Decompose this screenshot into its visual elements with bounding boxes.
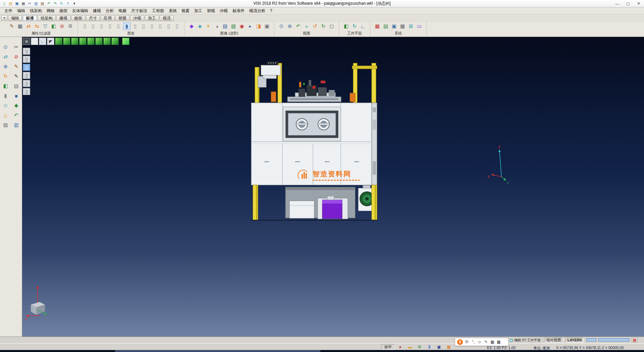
view-cube-right-icon[interactable] xyxy=(95,38,103,45)
copy-icon[interactable]: ▥ xyxy=(33,1,39,6)
menu-item-16[interactable]: 标准件 xyxy=(230,7,247,14)
wireframe-mode-icon[interactable]: ▯ xyxy=(131,23,139,30)
tab-4[interactable]: 曲面 xyxy=(71,15,85,21)
animation-icon[interactable]: ▸ xyxy=(247,23,254,30)
workplane-align-icon[interactable]: ∟ xyxy=(359,23,367,30)
menu-item-1[interactable]: 编辑 xyxy=(15,7,28,14)
clipboard-slot-3-icon[interactable]: ▯ xyxy=(23,64,30,71)
tab-6[interactable]: 应用 xyxy=(101,15,115,21)
section-icon[interactable]: ◨ xyxy=(255,23,262,30)
open-file-icon[interactable]: ▤ xyxy=(8,1,13,6)
shaded-mode-icon[interactable]: ▮ xyxy=(123,23,130,30)
gear-state-icon[interactable]: ⚙ xyxy=(417,344,423,350)
menu-item-7[interactable]: 分析 xyxy=(103,7,116,14)
filter-settings-icon[interactable]: ⚙ xyxy=(67,23,74,30)
menu-item-8[interactable]: 电极 xyxy=(116,7,129,14)
cube-entity-icon[interactable]: ◆ xyxy=(12,101,21,109)
grid-snap-icon[interactable]: ▩ xyxy=(399,23,406,30)
machine-model[interactable] xyxy=(248,60,382,222)
entity-filter-icon[interactable]: ▽ xyxy=(42,23,49,30)
menu-item-6[interactable]: 建模 xyxy=(91,7,103,14)
trim-icon[interactable]: ✂ xyxy=(12,43,21,51)
select-view-icon[interactable]: ◤ xyxy=(47,38,54,45)
ime-punct-icon[interactable]: °, xyxy=(471,339,476,345)
draw-line-icon[interactable]: ▯ xyxy=(90,23,97,30)
minimize-button[interactable]: — xyxy=(612,0,623,7)
tab-3[interactable]: 建模 xyxy=(56,15,70,21)
zoom-fit-icon[interactable]: ⊙ xyxy=(278,23,285,30)
calculator-icon[interactable]: ⊞ xyxy=(407,23,415,30)
refresh-view-icon[interactable]: ↻ xyxy=(320,23,327,30)
background-icon[interactable]: ▧ xyxy=(230,23,237,30)
shadows-icon[interactable]: ◑ xyxy=(213,23,220,30)
solid-icon[interactable]: ▮ xyxy=(1,92,10,100)
session-lock-icon[interactable]: ● xyxy=(397,344,403,350)
cut-icon[interactable]: ✂ xyxy=(27,1,33,6)
transfer-attributes-icon[interactable]: ⇆ xyxy=(33,23,41,30)
refresh-icon[interactable]: ↻ xyxy=(59,1,64,6)
display-state-icon[interactable]: ▣ xyxy=(436,344,442,350)
menu-item-11[interactable]: 系统 xyxy=(166,7,179,14)
workplane-rotate-icon[interactable]: ↻ xyxy=(351,23,358,30)
delete-icon[interactable]: ⊘ xyxy=(12,53,21,61)
menu-item-4[interactable]: 曲面 xyxy=(57,7,70,14)
close-button[interactable]: ✕ xyxy=(633,0,644,7)
ghost-view-icon[interactable]: ▯ xyxy=(173,23,181,30)
tab-8[interactable]: 冲模 xyxy=(130,15,144,21)
menu-item-2[interactable]: 线架构 xyxy=(28,7,44,14)
sogou-logo-icon[interactable]: S xyxy=(457,339,463,345)
copy-attributes-icon[interactable]: ⇄ xyxy=(25,23,32,30)
translate-icon[interactable]: ⇄ xyxy=(1,53,10,61)
brush-state-icon[interactable]: ▬ xyxy=(407,344,413,350)
tab-9[interactable]: 加工 xyxy=(145,15,159,21)
measure-icon[interactable]: △ xyxy=(1,111,10,119)
menu-item-12[interactable]: 视窗 xyxy=(179,7,192,14)
snapshot-icon[interactable]: ▣ xyxy=(263,23,271,30)
full-screen-icon[interactable]: ◻ xyxy=(328,23,335,30)
draw-curve-icon[interactable]: ▯ xyxy=(115,23,122,30)
render-icon[interactable]: ◆ xyxy=(188,23,195,30)
orbit-icon[interactable]: ↺ xyxy=(311,23,319,30)
sketch-icon[interactable]: ✎ xyxy=(12,62,21,71)
clipboard-slot-4-icon[interactable]: ▯ xyxy=(23,72,30,79)
menu-item-0[interactable]: 文件 xyxy=(2,7,15,14)
tab-5[interactable]: 尺寸 xyxy=(86,15,100,21)
section-view-icon[interactable]: ▯ xyxy=(157,23,164,30)
new-file-icon[interactable]: ▯ xyxy=(1,1,7,6)
paste-icon[interactable]: ▧ xyxy=(40,1,45,6)
print-icon[interactable]: ▦ xyxy=(20,1,26,6)
tab-0[interactable]: 编辑 xyxy=(8,15,22,21)
mesh-view-icon[interactable]: ▯ xyxy=(165,23,172,30)
view-cube-front-icon[interactable] xyxy=(71,38,78,45)
redo-icon[interactable]: ↷ xyxy=(52,1,58,6)
view-cube-bottom-icon[interactable] xyxy=(103,38,111,45)
menu-item-14[interactable]: 塑模 xyxy=(205,7,217,14)
rotate-entity-icon[interactable]: ↻ xyxy=(1,72,10,80)
clipboard-slot-5-icon[interactable]: ▯ xyxy=(23,80,30,87)
menu-item-10[interactable]: 工程图 xyxy=(150,7,166,14)
view-list-icon[interactable]: ≡ xyxy=(23,38,30,45)
view-cube-top-icon[interactable] xyxy=(63,38,70,45)
save-icon[interactable]: ▣ xyxy=(14,1,20,6)
tab-dropdown-icon[interactable]: ▾ xyxy=(1,15,7,20)
shade-entity-icon[interactable]: ◧ xyxy=(1,82,10,90)
draw-point-icon[interactable]: ▯ xyxy=(81,23,89,30)
texture-icon[interactable]: ▨ xyxy=(221,23,229,30)
box-icon[interactable]: ■ xyxy=(12,92,21,100)
ucs-plane-icon[interactable]: ∟ xyxy=(39,38,46,45)
zoom-select-icon[interactable]: ⊙ xyxy=(1,43,10,51)
draw-arc-icon[interactable]: ▯ xyxy=(98,23,105,30)
layer-button[interactable]: LAYER0 xyxy=(566,337,584,343)
layer-manager-icon[interactable]: ▤ xyxy=(382,23,389,30)
clipboard-slot-6-icon[interactable]: ▯ xyxy=(23,88,30,95)
ime-toolbar[interactable]: S 中°,☺✎▦▩ xyxy=(455,338,508,346)
view-cube-iso-icon[interactable] xyxy=(55,38,62,45)
view-cube-back-icon[interactable] xyxy=(79,38,87,45)
profile-icon[interactable]: ◇ xyxy=(1,101,10,109)
camera-icon[interactable]: ◉ xyxy=(238,23,246,30)
brush-attributes-icon[interactable]: ✎ xyxy=(8,23,15,30)
ime-keyboard-icon[interactable]: ▦ xyxy=(490,339,495,345)
snap-point-icon[interactable]: ⊕ xyxy=(1,62,10,71)
view-cube-left-icon[interactable] xyxy=(87,38,95,45)
menu-item-17[interactable]: 模流分析 xyxy=(247,7,268,14)
